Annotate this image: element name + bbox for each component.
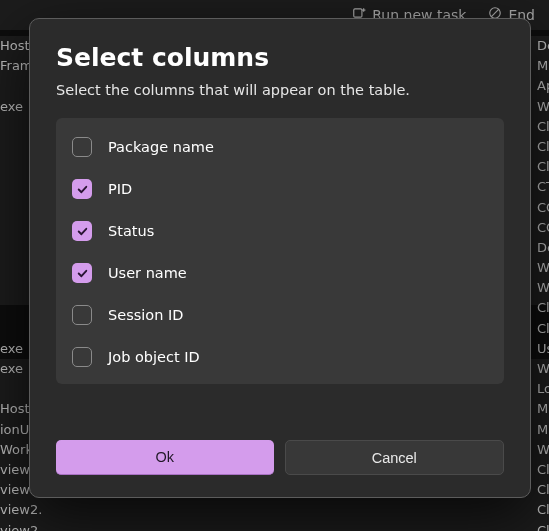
option-label: PID: [108, 181, 132, 197]
cell: Clie: [537, 138, 549, 156]
cancel-button[interactable]: Cancel: [285, 440, 505, 475]
cell: Win: [537, 360, 549, 378]
cell: Win: [537, 441, 549, 459]
cell: Des: [537, 37, 549, 55]
cell: [144, 522, 252, 532]
cell: [406, 501, 491, 519]
cell: CTF: [537, 178, 549, 196]
checkbox-unchecked-icon[interactable]: [72, 305, 92, 325]
checkbox-unchecked-icon[interactable]: [72, 137, 92, 157]
column-option[interactable]: Status: [66, 210, 494, 252]
option-label: Status: [108, 223, 154, 239]
svg-rect-0: [354, 9, 362, 17]
cell: [79, 522, 144, 532]
cell: Loc: [537, 380, 549, 398]
option-label: Package name: [108, 139, 214, 155]
option-label: Job object ID: [108, 349, 200, 365]
column-option[interactable]: Session ID: [66, 294, 494, 336]
cell: [252, 522, 355, 532]
cell: [252, 501, 355, 519]
cell: view2.: [0, 501, 79, 519]
column-option[interactable]: Package name: [66, 126, 494, 168]
checkbox-checked-icon[interactable]: [72, 221, 92, 241]
cell: CO: [537, 199, 549, 217]
cell: [406, 522, 491, 532]
cell: Clie: [537, 320, 549, 338]
column-options-container: Package namePIDStatusUser nameSession ID…: [56, 118, 504, 384]
option-label: Session ID: [108, 307, 183, 323]
cell: Clie: [537, 299, 549, 317]
cell: [490, 522, 537, 532]
cell: Win: [537, 279, 549, 297]
cell: Win: [537, 259, 549, 277]
cell: [355, 522, 405, 532]
cell: Clie: [537, 501, 549, 519]
cell: Clie: [537, 118, 549, 136]
dialog-subtitle: Select the columns that will appear on t…: [56, 82, 504, 98]
cell: [79, 501, 144, 519]
svg-line-4: [491, 9, 499, 17]
cell: [355, 501, 405, 519]
cell: Clie: [537, 461, 549, 479]
checkbox-checked-icon[interactable]: [72, 263, 92, 283]
dialog-title: Select columns: [56, 43, 504, 72]
table-row[interactable]: view2.Clie: [0, 500, 549, 520]
cell: Use: [537, 340, 549, 358]
cell: Min: [537, 400, 549, 418]
select-columns-dialog: Select columns Select the columns that w…: [29, 18, 531, 498]
checkbox-checked-icon[interactable]: [72, 179, 92, 199]
option-label: User name: [108, 265, 187, 281]
cell: CO: [537, 219, 549, 237]
ok-button[interactable]: Ok: [56, 440, 274, 475]
cell: Mic: [537, 57, 549, 75]
column-option[interactable]: User name: [66, 252, 494, 294]
cell: Clie: [537, 158, 549, 176]
cell: Ap: [537, 77, 549, 95]
cell: Clie: [537, 481, 549, 499]
checkbox-unchecked-icon[interactable]: [72, 347, 92, 367]
cell: view2.: [0, 522, 79, 532]
cell: Clie: [537, 522, 549, 532]
cell: [490, 501, 537, 519]
cell: Win: [537, 98, 549, 116]
cell: Des: [537, 239, 549, 257]
cell: [144, 501, 252, 519]
column-option[interactable]: PID: [66, 168, 494, 210]
column-option[interactable]: Job object ID: [66, 336, 494, 378]
table-row[interactable]: view2.Clie: [0, 521, 549, 532]
cell: Mo: [537, 421, 549, 439]
